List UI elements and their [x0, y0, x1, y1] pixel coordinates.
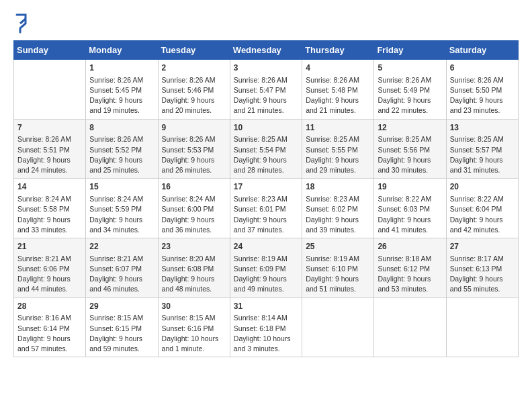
calendar-cell	[302, 298, 374, 357]
day-info: Sunrise: 8:23 AMSunset: 6:01 PMDaylight:…	[234, 194, 298, 235]
calendar-cell: 26Sunrise: 8:18 AMSunset: 6:12 PMDayligh…	[374, 238, 446, 298]
day-number: 16	[162, 181, 226, 193]
calendar-cell: 6Sunrise: 8:26 AMSunset: 5:50 PMDaylight…	[446, 60, 518, 120]
day-number: 13	[450, 122, 515, 134]
day-number: 6	[450, 62, 515, 74]
day-number: 30	[162, 301, 226, 312]
day-info: Sunrise: 8:15 AMSunset: 6:15 PMDaylight:…	[89, 313, 154, 354]
calendar-week-row: 14Sunrise: 8:24 AMSunset: 5:58 PMDayligh…	[14, 179, 519, 238]
day-info: Sunrise: 8:19 AMSunset: 6:10 PMDaylight:…	[306, 254, 370, 295]
calendar-table: SundayMondayTuesdayWednesdayThursdayFrid…	[13, 40, 519, 357]
day-number: 18	[306, 181, 370, 193]
calendar-cell: 13Sunrise: 8:25 AMSunset: 5:57 PMDayligh…	[446, 119, 518, 179]
day-number: 8	[89, 122, 154, 134]
day-info: Sunrise: 8:21 AMSunset: 6:06 PMDaylight:…	[17, 254, 82, 295]
calendar-week-row: 28Sunrise: 8:16 AMSunset: 6:14 PMDayligh…	[14, 298, 519, 357]
calendar-cell: 12Sunrise: 8:25 AMSunset: 5:56 PMDayligh…	[374, 119, 446, 179]
calendar-cell: 25Sunrise: 8:19 AMSunset: 6:10 PMDayligh…	[302, 238, 374, 298]
day-info: Sunrise: 8:26 AMSunset: 5:47 PMDaylight:…	[234, 75, 298, 116]
day-number: 10	[234, 122, 298, 134]
day-info: Sunrise: 8:26 AMSunset: 5:50 PMDaylight:…	[450, 75, 515, 116]
calendar-cell: 15Sunrise: 8:24 AMSunset: 5:59 PMDayligh…	[86, 179, 158, 238]
calendar-cell: 19Sunrise: 8:22 AMSunset: 6:03 PMDayligh…	[374, 179, 446, 238]
calendar-cell: 11Sunrise: 8:25 AMSunset: 5:55 PMDayligh…	[302, 119, 374, 179]
calendar-header-friday: Friday	[374, 41, 446, 60]
day-info: Sunrise: 8:15 AMSunset: 6:16 PMDaylight:…	[162, 313, 226, 354]
calendar-cell: 2Sunrise: 8:26 AMSunset: 5:46 PMDaylight…	[158, 60, 230, 120]
day-info: Sunrise: 8:24 AMSunset: 5:59 PMDaylight:…	[89, 194, 154, 235]
calendar-cell	[446, 298, 518, 357]
day-info: Sunrise: 8:26 AMSunset: 5:52 PMDaylight:…	[89, 134, 154, 175]
day-info: Sunrise: 8:22 AMSunset: 6:04 PMDaylight:…	[450, 194, 515, 235]
day-info: Sunrise: 8:26 AMSunset: 5:53 PMDaylight:…	[162, 134, 226, 175]
day-number: 17	[234, 181, 298, 193]
calendar-cell: 24Sunrise: 8:19 AMSunset: 6:09 PMDayligh…	[230, 238, 302, 298]
day-info: Sunrise: 8:18 AMSunset: 6:12 PMDaylight:…	[378, 254, 442, 295]
day-number: 5	[378, 62, 442, 74]
calendar-cell: 3Sunrise: 8:26 AMSunset: 5:47 PMDaylight…	[230, 60, 302, 120]
day-info: Sunrise: 8:25 AMSunset: 5:55 PMDaylight:…	[306, 134, 370, 175]
day-info: Sunrise: 8:26 AMSunset: 5:46 PMDaylight:…	[162, 75, 226, 116]
calendar-header-thursday: Thursday	[302, 41, 374, 60]
calendar-header-monday: Monday	[86, 41, 158, 60]
calendar-cell: 5Sunrise: 8:26 AMSunset: 5:49 PMDaylight…	[374, 60, 446, 120]
day-info: Sunrise: 8:24 AMSunset: 6:00 PMDaylight:…	[162, 194, 226, 235]
day-number: 4	[306, 62, 370, 74]
day-number: 21	[17, 241, 82, 253]
calendar-week-row: 1Sunrise: 8:26 AMSunset: 5:45 PMDaylight…	[14, 60, 519, 120]
day-number: 7	[17, 122, 82, 134]
day-info: Sunrise: 8:26 AMSunset: 5:49 PMDaylight:…	[378, 75, 442, 116]
day-info: Sunrise: 8:26 AMSunset: 5:51 PMDaylight:…	[17, 134, 82, 175]
calendar-cell: 4Sunrise: 8:26 AMSunset: 5:48 PMDaylight…	[302, 60, 374, 120]
calendar-cell: 23Sunrise: 8:20 AMSunset: 6:08 PMDayligh…	[158, 238, 230, 298]
day-number: 29	[89, 301, 154, 312]
calendar-cell: 17Sunrise: 8:23 AMSunset: 6:01 PMDayligh…	[230, 179, 302, 238]
calendar-header-wednesday: Wednesday	[230, 41, 302, 60]
day-number: 26	[378, 241, 442, 253]
day-info: Sunrise: 8:20 AMSunset: 6:08 PMDaylight:…	[162, 254, 226, 295]
logo	[13, 13, 27, 34]
calendar-cell: 14Sunrise: 8:24 AMSunset: 5:58 PMDayligh…	[14, 179, 86, 238]
day-number: 2	[162, 62, 226, 74]
day-number: 1	[89, 62, 154, 74]
calendar-cell: 8Sunrise: 8:26 AMSunset: 5:52 PMDaylight…	[86, 119, 158, 179]
calendar-cell: 9Sunrise: 8:26 AMSunset: 5:53 PMDaylight…	[158, 119, 230, 179]
day-number: 9	[162, 122, 226, 134]
calendar-header-row: SundayMondayTuesdayWednesdayThursdayFrid…	[14, 41, 519, 60]
calendar-cell: 21Sunrise: 8:21 AMSunset: 6:06 PMDayligh…	[14, 238, 86, 298]
logo-icon	[13, 13, 27, 34]
day-info: Sunrise: 8:21 AMSunset: 6:07 PMDaylight:…	[89, 254, 154, 295]
calendar-header-tuesday: Tuesday	[158, 41, 230, 60]
day-number: 23	[162, 241, 226, 253]
day-info: Sunrise: 8:25 AMSunset: 5:57 PMDaylight:…	[450, 134, 515, 175]
day-info: Sunrise: 8:26 AMSunset: 5:48 PMDaylight:…	[306, 75, 370, 116]
day-number: 19	[378, 181, 442, 193]
day-info: Sunrise: 8:14 AMSunset: 6:18 PMDaylight:…	[234, 313, 298, 354]
calendar-cell: 10Sunrise: 8:25 AMSunset: 5:54 PMDayligh…	[230, 119, 302, 179]
calendar-header-sunday: Sunday	[14, 41, 86, 60]
calendar-cell: 31Sunrise: 8:14 AMSunset: 6:18 PMDayligh…	[230, 298, 302, 357]
day-info: Sunrise: 8:25 AMSunset: 5:54 PMDaylight:…	[234, 134, 298, 175]
day-info: Sunrise: 8:17 AMSunset: 6:13 PMDaylight:…	[450, 254, 515, 295]
calendar-cell: 18Sunrise: 8:23 AMSunset: 6:02 PMDayligh…	[302, 179, 374, 238]
calendar-cell: 1Sunrise: 8:26 AMSunset: 5:45 PMDaylight…	[86, 60, 158, 120]
day-number: 27	[450, 241, 515, 253]
day-number: 22	[89, 241, 154, 253]
day-info: Sunrise: 8:19 AMSunset: 6:09 PMDaylight:…	[234, 254, 298, 295]
day-info: Sunrise: 8:24 AMSunset: 5:58 PMDaylight:…	[17, 194, 82, 235]
calendar-week-row: 21Sunrise: 8:21 AMSunset: 6:06 PMDayligh…	[14, 238, 519, 298]
day-info: Sunrise: 8:22 AMSunset: 6:03 PMDaylight:…	[378, 194, 442, 235]
calendar-cell: 16Sunrise: 8:24 AMSunset: 6:00 PMDayligh…	[158, 179, 230, 238]
day-number: 25	[306, 241, 370, 253]
day-number: 15	[89, 181, 154, 193]
calendar-cell	[14, 60, 86, 120]
day-number: 14	[17, 181, 82, 193]
calendar-cell: 7Sunrise: 8:26 AMSunset: 5:51 PMDaylight…	[14, 119, 86, 179]
day-number: 11	[306, 122, 370, 134]
day-number: 12	[378, 122, 442, 134]
calendar-cell: 22Sunrise: 8:21 AMSunset: 6:07 PMDayligh…	[86, 238, 158, 298]
day-number: 20	[450, 181, 515, 193]
day-info: Sunrise: 8:26 AMSunset: 5:45 PMDaylight:…	[89, 75, 154, 116]
calendar-cell: 28Sunrise: 8:16 AMSunset: 6:14 PMDayligh…	[14, 298, 86, 357]
page-header	[13, 13, 519, 34]
